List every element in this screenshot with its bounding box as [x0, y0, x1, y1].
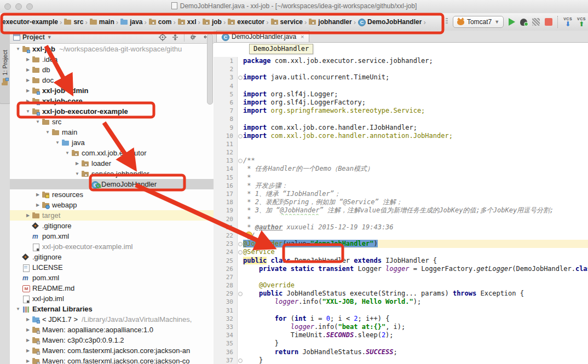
fold-marker-icon[interactable] [238, 248, 243, 256]
breadcrumb-item[interactable]: xxl [177, 18, 197, 26]
tree-item-main[interactable]: ▼main [10, 127, 214, 137]
expand-arrow-icon[interactable]: ▼ [24, 109, 32, 114]
intention-bulb-icon[interactable] [245, 232, 252, 239]
expand-arrow-icon[interactable]: ▼ [73, 171, 81, 176]
code-line[interactable]: 27 [214, 273, 588, 281]
code-line[interactable]: 3import java.util.concurrent.TimeUnit; [214, 73, 588, 82]
code-line[interactable]: 11 [214, 140, 588, 148]
code-line[interactable]: 7import org.springframework.stereotype.S… [214, 107, 588, 115]
tree-item--gitignore[interactable]: .gitignore [10, 252, 214, 262]
tree-item-xxl-job-executor-example[interactable]: ▼xxl-job-executor-example [10, 106, 214, 117]
tree-item-maven-c3p0-c3p0-0-9-1-2[interactable]: ▶Maven: c3p0:c3p0:0.9.1.2 [10, 335, 214, 345]
fold-marker-icon[interactable] [238, 73, 243, 82]
code-line[interactable]: 31 [214, 307, 588, 315]
code-line[interactable]: 22 */ [214, 232, 588, 240]
expand-arrow-icon[interactable]: ▶ [24, 57, 32, 62]
tree-item-xxl-job[interactable]: ▼xxl-job~/workspaces/idea-git-workspace/… [10, 44, 214, 54]
tree-item-license[interactable]: LICENSE [10, 262, 214, 273]
fold-marker-icon[interactable] [238, 132, 243, 140]
code-line[interactable]: 25public class DemoJobHandler extends IJ… [214, 257, 588, 265]
expand-arrow-icon[interactable]: ▶ [24, 88, 32, 93]
vcs-push-button[interactable]: VCS⬆ [577, 17, 586, 27]
code-line[interactable]: 15 * [214, 174, 588, 182]
code-line[interactable]: 29↑ public JobHandleStatus execute(Strin… [214, 290, 588, 298]
code-line[interactable]: 21 * @author xuxueli 2015-12-19 19:43:36 [214, 223, 588, 232]
project-scrollbar[interactable] [207, 33, 213, 105]
expand-arrow-icon[interactable]: ▶ [34, 192, 42, 197]
code-line[interactable]: 28 @Override [214, 281, 588, 290]
expand-arrow-icon[interactable]: ▶ [24, 317, 32, 322]
fold-marker-icon[interactable] [238, 356, 243, 364]
breadcrumb-item[interactable]: main [89, 18, 114, 26]
tree-item-xxl-job-iml[interactable]: xxl-job.iml [10, 293, 214, 304]
tree-item-doc[interactable]: ▶doc [10, 75, 214, 85]
code-line[interactable]: 1package com.xxl.job.executor.service.jo… [214, 57, 588, 65]
expand-arrow-icon[interactable]: ▼ [14, 47, 22, 51]
tree-item-db[interactable]: ▶db [10, 65, 214, 75]
run-configuration-select[interactable]: Tomcat7 ▼ [453, 16, 504, 28]
expand-arrow-icon[interactable]: ▼ [44, 130, 51, 135]
tree-item-com-xxl-job-executor[interactable]: ▼com.xxl.job.executor [10, 148, 214, 158]
code-line[interactable]: 18 * 2、装配到Spring，例如加 “@Service” 注解； [214, 198, 588, 206]
expand-arrow-icon[interactable]: ▼ [14, 307, 22, 311]
code-line[interactable]: 30 logger.info("XXL-JOB, Hello World."); [214, 298, 588, 306]
breadcrumb-item[interactable]: src [64, 18, 83, 26]
breadcrumb-item[interactable]: java [120, 18, 142, 26]
breadcrumb-item[interactable]: CDemoJobHandler [358, 18, 422, 26]
code-line[interactable]: 8 [214, 115, 588, 123]
tree-item-loader[interactable]: ▶loader [10, 158, 214, 169]
tree-item-java[interactable]: ▼java [10, 137, 214, 148]
breadcrumb-item[interactable]: executor [227, 18, 264, 26]
tree-item-service-jobhandler[interactable]: ▼service.jobhandler [10, 169, 214, 179]
coverage-button[interactable] [532, 18, 540, 26]
code-line[interactable]: 4 [214, 82, 588, 90]
expand-arrow-icon[interactable]: ▶ [24, 213, 32, 218]
tree-item-pom-xml[interactable]: mpom.xml [10, 231, 214, 241]
tree-item-maven-aopalliance-aopalliance-1-0[interactable]: ▶Maven: aopalliance:aopalliance:1.0 [10, 325, 214, 335]
code-line[interactable]: 24@Service [214, 248, 588, 256]
expand-arrow-icon[interactable]: ▶ [24, 327, 32, 332]
tree-item-demojobhandler[interactable]: CDemoJobHandler [10, 179, 214, 189]
code-line[interactable]: 23@JobHander(value="demoJobHandler") [214, 240, 588, 248]
vcs-update-button[interactable]: VCS⬇ [563, 17, 572, 27]
code-line[interactable]: 13/** [214, 157, 588, 165]
tree-item-webapp[interactable]: ▶webapp [10, 200, 214, 210]
expand-arrow-icon[interactable]: ▼ [54, 140, 61, 145]
code-line[interactable]: 32 for (int i = 0; i < 2; i++) { [214, 315, 588, 323]
expand-arrow-icon[interactable]: ▶ [24, 338, 32, 343]
breadcrumb-item[interactable]: executor-example [2, 18, 58, 26]
fold-marker-icon[interactable] [238, 240, 243, 248]
close-tab-icon[interactable]: × [301, 33, 304, 40]
code-line[interactable]: 36 return JobHandleStatus.SUCCESS; [214, 348, 588, 356]
code-line[interactable]: 34 TimeUnit.SECONDS.sleep(2); [214, 331, 588, 339]
expand-arrow-icon[interactable]: ▼ [64, 151, 71, 155]
debug-button[interactable] [520, 19, 527, 26]
code-line[interactable]: 20 * [214, 215, 588, 223]
code-line[interactable]: 6import org.slf4j.LoggerFactory; [214, 99, 588, 107]
editor-tab[interactable]: C DemoJobHandler.java × [216, 31, 309, 42]
tree-item-xxl-job-executor-example-iml[interactable]: xxl-job-executor-example.iml [10, 241, 214, 252]
code-line[interactable]: 26 private static transient Logger logge… [214, 265, 588, 273]
expand-arrow-icon[interactable]: ▶ [24, 348, 32, 353]
tree-item-xxl-job-core[interactable]: ▶xxl-job-core [10, 96, 214, 106]
project-tool-window-button[interactable]: 1: Project [0, 32, 10, 104]
code-line[interactable]: 35 } [214, 339, 588, 348]
expand-arrow-icon[interactable]: ▶ [24, 78, 32, 83]
code-line[interactable]: 10import com.xxl.job.core.handler.annota… [214, 132, 588, 140]
tree-item-maven-com-fasterxml-jackson-core-jackson-an[interactable]: ▶Maven: com.fasterxml.jackson.core:jacks… [10, 345, 214, 356]
tree-item-readme-md[interactable]: MREADME.md [10, 283, 214, 293]
code-line[interactable]: 37 } [214, 356, 588, 364]
expand-arrow-icon[interactable]: ▶ [24, 359, 32, 363]
tree-item-pom-xml[interactable]: mpom.xml [10, 273, 214, 283]
breadcrumb-item[interactable]: job [202, 18, 222, 26]
tree-item--idea[interactable]: ▶.idea [10, 54, 214, 65]
tree-item--gitignore[interactable]: .gitignore [10, 221, 214, 231]
code-line[interactable]: 5import org.slf4j.Logger; [214, 90, 588, 99]
stop-button[interactable] [545, 18, 552, 26]
expand-arrow-icon[interactable]: ▶ [24, 99, 32, 103]
breadcrumb-item[interactable]: jobhandler [308, 18, 351, 26]
code-line[interactable]: 17 * 1、继承 “IJobHandler”； [214, 190, 588, 198]
chevron-down-icon[interactable]: ▼ [47, 34, 52, 40]
breadcrumb-item[interactable]: service [270, 18, 303, 26]
tree-item-resources[interactable]: ▶resources [10, 189, 214, 200]
